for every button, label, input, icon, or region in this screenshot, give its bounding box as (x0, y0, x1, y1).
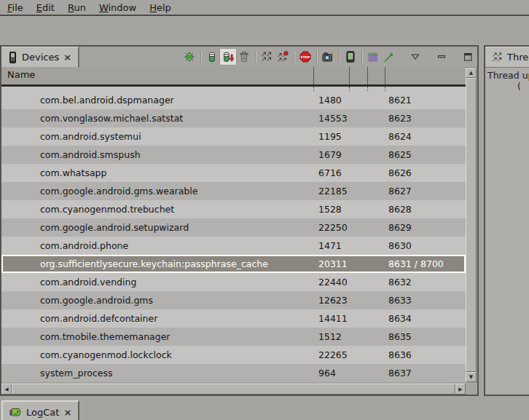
process-pid: 22440 (318, 273, 348, 291)
scroll-down-icon[interactable]: ▼ (466, 372, 477, 382)
table-row[interactable]: com.cyanogenmod.trebuchet 1528 8628 (1, 200, 466, 218)
toolbar-separator (339, 51, 340, 63)
table-row[interactable]: org.sufficientlysecure.keychain:passphra… (1, 255, 466, 273)
process-port: 8630 (388, 237, 412, 255)
logcat-strip: LogCat × (0, 396, 529, 420)
process-pid: 1471 (318, 237, 342, 255)
toolbar-separator (294, 51, 294, 63)
devices-tab-bar: Devices × (1, 47, 477, 68)
process-name: com.whatsapp (40, 164, 106, 182)
process-pid: 20311 (318, 255, 348, 273)
vertical-scrollbar[interactable]: ▲ ▼ (466, 68, 477, 382)
toolbar-separator (255, 51, 256, 63)
stop-process-icon[interactable]: STOP (297, 49, 313, 65)
table-row[interactable]: com.android.defcontainer 14411 8634 (1, 309, 466, 328)
debug-icon[interactable] (181, 49, 197, 65)
process-name: com.bel.android.dspmanager (40, 91, 174, 109)
table-row[interactable]: system_process 964 8637 (1, 364, 466, 382)
toolbar-separator (361, 51, 362, 63)
process-pid: 1528 (318, 200, 342, 218)
process-port: 8625 (388, 146, 412, 164)
cause-gc-icon[interactable] (236, 49, 252, 65)
svg-text:STOP: STOP (301, 55, 310, 59)
ddms-window: File Edit Run Window Help Devices × (0, 0, 529, 420)
threads-message: Thread up ( (487, 70, 529, 92)
process-port: 8621 (388, 91, 412, 109)
horizontal-scrollbar-thumb[interactable] (12, 384, 455, 395)
menu-item-window[interactable]: Window (93, 2, 143, 13)
menu-item-edit[interactable]: Edit (30, 2, 61, 13)
table-row[interactable]: com.google.android.setupwizard 22250 862… (1, 218, 466, 237)
process-pid: 14553 (318, 109, 348, 127)
horizontal-scrollbar[interactable]: ◀ ▶ (1, 384, 466, 395)
table-row[interactable]: com.tmobile.thememanager 1512 8635 (1, 328, 466, 346)
tab-threads-label: Threads (507, 52, 529, 63)
table-row[interactable]: com.android.phone 1471 8630 (1, 237, 466, 255)
close-icon[interactable]: × (63, 52, 71, 63)
threads-tab-bar: Threads (485, 47, 529, 68)
process-name: com.android.defcontainer (40, 309, 157, 328)
table-row[interactable]: com.cyanogenmod.lockclock 22265 8636 (1, 346, 466, 364)
toolbar-separator (200, 51, 201, 63)
column-header-name[interactable]: Name (7, 69, 35, 80)
phone-icon (8, 52, 17, 63)
process-name: com.google.android.gms (40, 291, 153, 309)
screen-capture-icon[interactable] (320, 49, 336, 65)
menu-item-help[interactable]: Help (143, 2, 178, 13)
scroll-up-icon[interactable]: ▲ (466, 68, 477, 78)
process-table-body: com.bel.android.dspmanager 1480 8621 com… (1, 87, 466, 382)
tab-logcat[interactable]: LogCat × (1, 400, 79, 420)
process-port: 8634 (388, 309, 412, 328)
table-header[interactable]: Name (1, 67, 466, 87)
process-port: 8627 (388, 182, 412, 200)
process-name: com.android.vending (40, 273, 136, 291)
process-port: 8628 (388, 200, 412, 218)
process-name: org.sufficientlysecure.keychain:passphra… (40, 255, 268, 273)
process-name: com.google.android.gms.wearable (40, 182, 197, 200)
menu-item-file[interactable]: File (1, 2, 30, 13)
process-port: 8633 (388, 291, 412, 309)
table-row[interactable]: com.android.systemui 1195 8624 (1, 127, 466, 146)
update-threads-icon[interactable] (259, 49, 275, 65)
process-pid: 12623 (318, 291, 348, 309)
view-menu-icon[interactable] (407, 49, 423, 65)
table-row[interactable]: com.android.smspush 1679 8625 (1, 146, 466, 164)
process-name: com.android.phone (40, 237, 128, 255)
tab-threads[interactable]: Threads (485, 47, 529, 67)
process-pid: 22265 (318, 346, 348, 364)
process-port: 8629 (388, 218, 412, 237)
tab-logcat-label: LogCat (26, 407, 59, 418)
process-port: 8624 (388, 127, 412, 146)
maximize-icon[interactable] (460, 49, 476, 65)
minimize-icon[interactable] (434, 49, 450, 65)
table-row[interactable]: com.bel.android.dspmanager 1480 8621 (1, 91, 466, 109)
dump-hprof-icon[interactable] (220, 49, 236, 65)
opengl-trace-icon[interactable] (381, 49, 397, 65)
table-row[interactable]: com.android.vending 22440 8632 (1, 273, 466, 291)
scroll-right-icon[interactable]: ▶ (455, 384, 466, 395)
table-row[interactable]: com.whatsapp 6716 8626 (1, 164, 466, 182)
process-port: 8637 (388, 364, 412, 382)
start-method-profiling-icon[interactable] (275, 49, 291, 65)
process-pid: 1480 (318, 91, 342, 109)
table-row[interactable]: com.google.android.gms.wearable 22185 86… (1, 182, 466, 200)
devices-toolbar: STOP (181, 48, 476, 66)
process-name: system_process (40, 364, 112, 382)
process-pid: 1195 (318, 127, 342, 146)
emulator-control-icon[interactable] (342, 49, 358, 65)
process-port: 8631 / 8700 (388, 255, 444, 273)
process-name: com.cyanogenmod.trebuchet (40, 200, 174, 218)
process-pid: 1679 (318, 146, 342, 164)
tab-devices[interactable]: Devices × (1, 47, 79, 67)
process-port: 8626 (388, 164, 412, 182)
table-row[interactable]: com.vonglasow.michael.satstat 14553 8623 (1, 109, 466, 127)
vertical-scrollbar-thumb[interactable] (466, 78, 477, 372)
systrace-icon[interactable] (365, 49, 381, 65)
threads-icon (492, 52, 503, 63)
update-heap-icon[interactable] (204, 49, 220, 65)
close-icon[interactable]: × (63, 407, 71, 418)
scroll-left-icon[interactable]: ◀ (1, 384, 12, 395)
table-row[interactable]: com.google.android.gms 12623 8633 (1, 291, 466, 309)
process-port: 8623 (388, 109, 412, 127)
menu-item-run[interactable]: Run (61, 2, 93, 13)
